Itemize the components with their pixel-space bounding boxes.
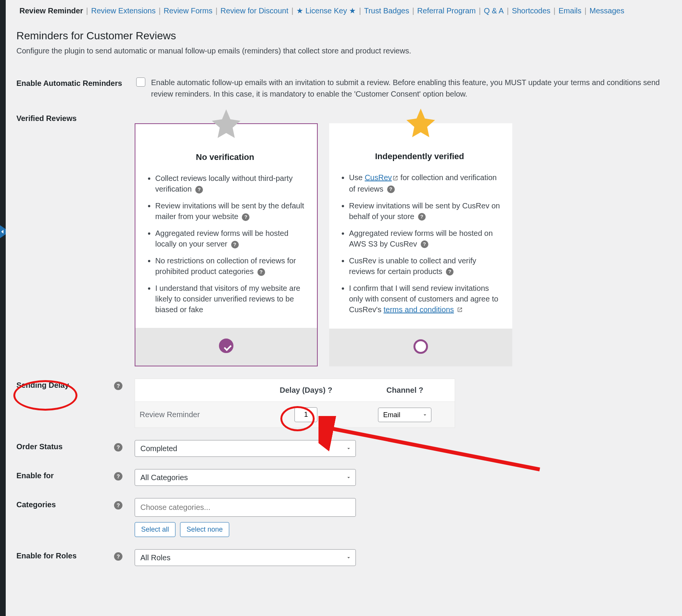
tab-review-reminder[interactable]: Review Reminder	[16, 6, 86, 16]
tab-review-extensions[interactable]: Review Extensions	[88, 6, 159, 16]
delay-col-name	[135, 379, 257, 402]
sending-delay-label: Sending Delay ?	[16, 373, 135, 434]
categories-label: Categories ?	[16, 492, 135, 543]
select-none-button[interactable]: Select none	[180, 522, 229, 537]
delay-days-input[interactable]	[294, 407, 317, 422]
order-status-label: Order Status ?	[16, 434, 135, 463]
categories-input[interactable]	[135, 498, 356, 517]
card1-item2: Aggregated review forms will be hosted l…	[155, 229, 288, 248]
cusrev-link[interactable]: CusRev	[365, 173, 392, 182]
help-icon[interactable]: ?	[387, 185, 395, 193]
verified-reviews-label: Verified Reviews	[16, 106, 135, 373]
help-icon[interactable]: ?	[446, 268, 454, 276]
card1-item0: Collect reviews locally without third-pa…	[155, 174, 293, 193]
card1-radio-checked[interactable]	[219, 339, 233, 353]
tab-referral[interactable]: Referral Program	[414, 6, 479, 16]
tab-shortcodes[interactable]: Shortcodes	[509, 6, 553, 16]
help-icon[interactable]: ?	[257, 268, 265, 276]
tab-emails[interactable]: Emails	[555, 6, 584, 16]
enable-for-label: Enable for ?	[16, 463, 135, 492]
wp-admin-collapsed-sidebar	[0, 0, 6, 616]
help-icon[interactable]: ?	[114, 552, 122, 561]
delay-col-channel: Channel	[386, 386, 417, 394]
help-icon[interactable]: ?	[114, 382, 122, 390]
external-link-icon	[457, 305, 463, 315]
delay-channel-select[interactable]: Email	[378, 408, 431, 422]
order-status-select[interactable]: Completed	[135, 440, 356, 457]
delay-row-name: Review Reminder	[135, 402, 257, 428]
enable-auto-checkbox[interactable]	[136, 77, 145, 87]
card-independently-verified[interactable]: Independently verified Use CusRev for co…	[329, 123, 512, 366]
help-icon[interactable]: ?	[231, 241, 239, 248]
page-description: Configure the plugin to send automatic o…	[16, 47, 671, 55]
help-icon[interactable]: ?	[195, 186, 203, 194]
card1-item1: Review invitations will be sent by the d…	[155, 202, 304, 221]
enable-auto-label: Enable Automatic Reminders	[16, 71, 135, 106]
card2-item0-prefix: Use	[349, 173, 365, 182]
card1-title: No verification	[144, 152, 306, 162]
enable-for-select[interactable]: All Categories	[135, 469, 356, 486]
card-no-verification[interactable]: No verification Collect reviews locally …	[135, 123, 318, 366]
tab-review-forms[interactable]: Review Forms	[161, 6, 216, 16]
sending-delay-table: Delay (Days) ? Channel ? Review Reminder	[135, 379, 455, 428]
page-title: Reminders for Customer Reviews	[16, 30, 671, 42]
help-icon[interactable]: ?	[421, 240, 428, 248]
sidebar-expand-toggle[interactable]	[0, 225, 6, 238]
help-icon[interactable]: ?	[328, 386, 332, 394]
star-grey-icon	[209, 106, 243, 143]
help-icon[interactable]: ?	[418, 213, 426, 221]
help-icon[interactable]: ?	[114, 443, 122, 452]
card2-item3: CusRev is unable to collect and verify r…	[349, 256, 476, 276]
enable-auto-desc: Enable automatic follow-up emails with a…	[151, 77, 671, 100]
tab-qa[interactable]: Q & A	[481, 6, 507, 16]
settings-tabs: Review Reminder| Review Extensions| Revi…	[16, 5, 671, 16]
help-icon[interactable]: ?	[242, 213, 249, 221]
help-icon[interactable]: ?	[419, 386, 423, 394]
select-all-button[interactable]: Select all	[135, 522, 175, 537]
card2-title: Independently verified	[338, 152, 502, 161]
tab-review-discount[interactable]: Review for Discount	[217, 6, 291, 16]
card2-radio[interactable]	[413, 339, 428, 354]
card1-item3: No restrictions on collection of reviews…	[155, 256, 296, 276]
tab-messages[interactable]: Messages	[586, 6, 627, 16]
external-link-icon	[392, 173, 398, 184]
star-gold-icon	[404, 106, 438, 142]
card1-item4: I understand that visitors of my website…	[155, 284, 300, 314]
card1-footer	[135, 328, 317, 366]
tab-license-key[interactable]: ★ License Key ★	[293, 5, 359, 16]
tab-trust-badges[interactable]: Trust Badges	[361, 6, 412, 16]
enable-roles-select[interactable]: All Roles	[135, 549, 356, 566]
terms-link[interactable]: terms and conditions	[384, 305, 454, 314]
help-icon[interactable]: ?	[114, 472, 122, 481]
enable-roles-label: Enable for Roles ?	[16, 543, 135, 572]
card2-footer	[329, 329, 512, 366]
help-icon[interactable]: ?	[114, 501, 122, 510]
delay-col-days: Delay (Days)	[280, 386, 325, 394]
